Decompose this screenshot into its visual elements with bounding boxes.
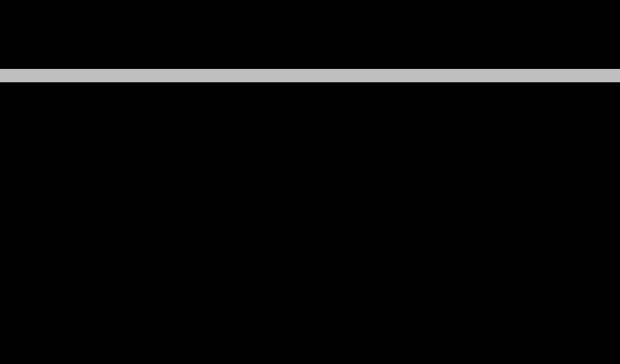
emacs-modeline [0, 69, 620, 82]
